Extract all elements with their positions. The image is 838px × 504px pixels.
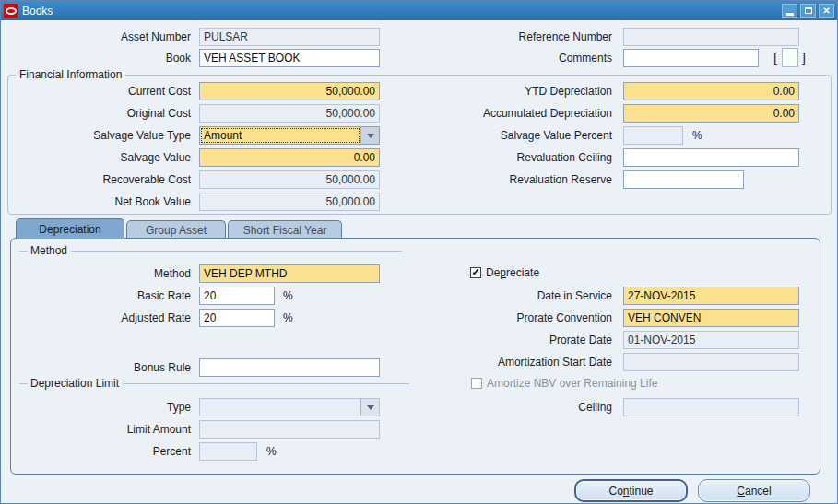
continue-button[interactable]: Continue: [574, 479, 688, 502]
limit-type-dropdown: [199, 398, 380, 416]
basic-rate-suffix: %: [283, 287, 293, 305]
prorate-convention-field[interactable]: VEH CONVEN: [623, 309, 799, 327]
descriptive-flexfield-box[interactable]: [782, 48, 798, 67]
ceiling-label: Ceiling: [407, 398, 617, 416]
book-field[interactable]: VEH ASSET BOOK: [199, 49, 380, 67]
minimize-icon[interactable]: [782, 4, 797, 18]
book-label: Book: [8, 49, 195, 67]
asset-number-field: PULSAR: [199, 28, 380, 46]
salvage-value-type-label: Salvage Value Type: [8, 126, 195, 145]
title-bar: Books ✕: [1, 1, 837, 20]
limit-percent-label: Percent: [8, 442, 195, 461]
current-cost-field[interactable]: 50,000.00: [199, 82, 380, 100]
revaluation-ceiling-field[interactable]: [623, 148, 799, 167]
limit-type-label: Type: [8, 398, 195, 416]
limit-amount-label: Limit Amount: [8, 420, 195, 439]
original-cost-label: Original Cost: [8, 104, 195, 123]
flexfield-close-bracket: ]: [802, 49, 806, 67]
tab-depreciation[interactable]: Depreciation: [16, 218, 124, 239]
salvage-value-type-value: Amount: [200, 127, 360, 144]
adjusted-rate-suffix: %: [283, 309, 293, 327]
tab-short-fiscal-year[interactable]: Short Fiscal Year: [228, 220, 342, 239]
unchecked-checkbox-icon: [471, 378, 482, 389]
prorate-date-label: Prorate Date: [407, 331, 617, 349]
tab-group-asset[interactable]: Group Asset: [126, 220, 226, 239]
salvage-value-field[interactable]: 0.00: [199, 148, 380, 167]
depreciate-checkbox[interactable]: Depreciate: [470, 266, 539, 279]
accumulated-depreciation-field[interactable]: 0.00: [623, 104, 799, 123]
salvage-value-label: Salvage Value: [8, 148, 195, 167]
comments-label: Comments: [407, 49, 617, 67]
financial-information-legend: Financial Information: [16, 68, 125, 81]
reference-number-label: Reference Number: [407, 28, 617, 46]
amortization-start-date-field: [623, 353, 799, 371]
date-in-service-field[interactable]: 27-NOV-2015: [623, 287, 799, 305]
revaluation-ceiling-label: Revaluation Ceiling: [407, 148, 617, 167]
recoverable-cost-label: Recoverable Cost: [8, 170, 195, 189]
limit-type-value: [200, 399, 360, 416]
basic-rate-field[interactable]: 20: [199, 287, 275, 305]
current-cost-label: Current Cost: [8, 82, 195, 100]
checked-checkbox-icon: [470, 267, 481, 278]
limit-percent-field: [199, 442, 257, 461]
maximize-icon[interactable]: [800, 4, 816, 18]
asset-number-label: Asset Number: [8, 28, 195, 46]
bonus-rule-label: Bonus Rule: [8, 358, 195, 377]
prorate-date-field: 01-NOV-2015: [623, 331, 799, 349]
amortize-nbv-checkbox-label: Amortize NBV over Remaining Life: [487, 377, 657, 390]
adjusted-rate-label: Adjusted Rate: [8, 309, 195, 327]
window-title: Books: [22, 5, 53, 18]
date-in-service-label: Date in Service: [407, 287, 617, 305]
oracle-logo-icon: [4, 4, 18, 18]
chevron-down-icon[interactable]: [360, 127, 379, 144]
amortization-start-date-label: Amortization Start Date: [407, 353, 617, 371]
bonus-rule-field[interactable]: [199, 358, 380, 377]
ytd-depreciation-field[interactable]: 0.00: [623, 82, 799, 100]
ceiling-field: [623, 398, 799, 416]
prorate-convention-label: Prorate Convention: [407, 309, 617, 327]
chevron-down-icon: [360, 399, 379, 416]
limit-amount-field: [199, 420, 380, 439]
method-section-legend: Method: [19, 244, 402, 257]
net-book-value-label: Net Book Value: [8, 193, 195, 211]
books-window: Books ✕ Asset Number PULSAR Book VEH ASS…: [0, 0, 838, 504]
method-field[interactable]: VEH DEP MTHD: [199, 264, 380, 283]
salvage-value-percent-field: [623, 126, 683, 145]
revaluation-reserve-label: Revaluation Reserve: [407, 170, 617, 189]
method-label: Method: [8, 264, 195, 283]
original-cost-field: 50,000.00: [199, 104, 380, 123]
salvage-value-type-dropdown[interactable]: Amount: [199, 126, 380, 145]
close-icon[interactable]: ✕: [819, 4, 834, 18]
adjusted-rate-field[interactable]: 20: [199, 309, 275, 327]
cancel-button[interactable]: Cancel: [698, 479, 810, 502]
net-book-value-field: 50,000.00: [199, 193, 380, 211]
reference-number-field: [623, 28, 799, 46]
recoverable-cost-field: 50,000.00: [199, 170, 380, 189]
revaluation-reserve-field[interactable]: [623, 170, 744, 189]
basic-rate-label: Basic Rate: [8, 287, 195, 305]
limit-percent-suffix: %: [266, 442, 277, 461]
comments-field[interactable]: [623, 49, 759, 67]
depreciation-limit-legend: Depreciation Limit: [19, 377, 409, 390]
ytd-depreciation-label: YTD Depreciation: [407, 82, 617, 100]
amortize-nbv-checkbox: Amortize NBV over Remaining Life: [471, 377, 657, 390]
flexfield-open-bracket: [: [773, 49, 777, 67]
depreciate-checkbox-label: Depreciate: [486, 266, 539, 279]
accumulated-depreciation-label: Accumulated Depreciation: [407, 104, 617, 123]
salvage-value-percent-label: Salvage Value Percent: [407, 126, 617, 145]
salvage-value-percent-suffix: %: [692, 126, 702, 145]
